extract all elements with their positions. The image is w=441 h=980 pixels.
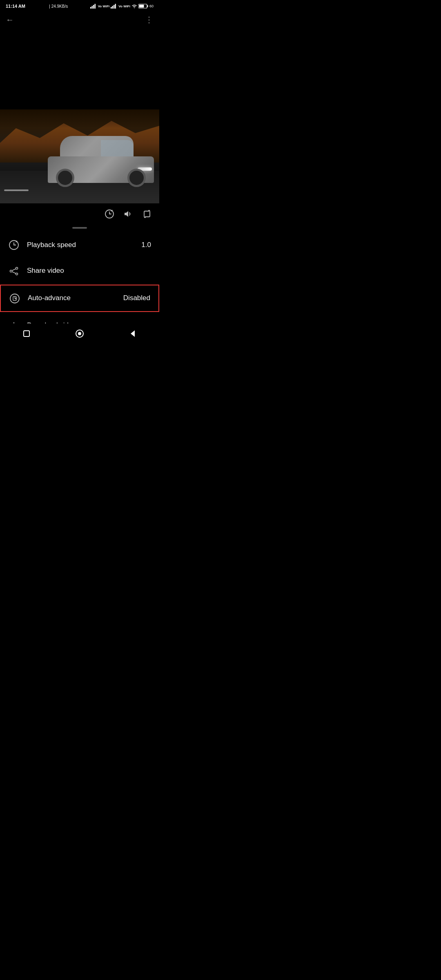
black-space	[0, 28, 159, 109]
more-button[interactable]: ⋮	[145, 15, 154, 24]
svg-point-16	[10, 270, 12, 272]
svg-line-18	[12, 272, 16, 274]
car-wheel-left	[56, 169, 74, 187]
svg-rect-9	[147, 5, 148, 7]
wifi-icon	[131, 4, 137, 9]
nav-bar	[0, 323, 159, 345]
svg-line-17	[12, 269, 16, 271]
status-time: 11:14 AM	[6, 4, 25, 9]
nav-circle-icon[interactable]	[75, 328, 85, 339]
share-video-label: Share video	[27, 267, 151, 275]
auto-advance-label: Auto-advance	[28, 294, 116, 302]
menu-item-share-video[interactable]: Share video	[0, 258, 159, 283]
svg-rect-4	[111, 7, 112, 9]
playback-speed-control-icon[interactable]	[105, 208, 114, 219]
svg-rect-2	[93, 5, 94, 9]
battery-icon	[138, 4, 148, 9]
svg-rect-6	[114, 5, 115, 9]
sheet-handle-wrap	[0, 224, 159, 230]
road-line	[4, 189, 29, 191]
svg-rect-3	[94, 4, 96, 9]
svg-rect-7	[115, 4, 116, 9]
car-wheel-right	[127, 169, 146, 187]
car	[48, 138, 154, 183]
signal-icon-2	[111, 4, 117, 9]
signal-icon	[90, 4, 97, 9]
svg-marker-23	[131, 330, 135, 337]
svg-point-22	[78, 332, 81, 335]
svg-rect-0	[90, 7, 91, 9]
top-bar: ← ⋮	[0, 11, 159, 28]
menu-item-auto-advance[interactable]: Auto-advance Disabled	[0, 285, 159, 312]
nav-home-icon[interactable]	[22, 328, 31, 339]
svg-rect-20	[24, 331, 29, 336]
repeat-svg-icon	[142, 209, 152, 219]
car-scene	[0, 109, 159, 203]
auto-advance-icon	[9, 293, 20, 304]
playback-speed-value: 1.0	[141, 241, 151, 249]
vo-wifi-label-2: Vo WiFi	[118, 4, 130, 8]
speed-icon	[105, 209, 114, 219]
nav-back-icon[interactable]	[128, 328, 138, 339]
video-area[interactable]	[0, 109, 159, 203]
svg-rect-5	[112, 6, 114, 9]
playback-speed-label: Playback speed	[27, 241, 134, 249]
volume-svg-icon	[123, 209, 133, 219]
svg-rect-1	[91, 6, 93, 9]
vo-wifi-label: Vo WiFi	[98, 4, 110, 8]
playback-speed-icon	[8, 239, 20, 250]
auto-advance-value: Disabled	[123, 294, 150, 302]
back-button[interactable]: ←	[6, 15, 14, 24]
menu-item-playback-speed[interactable]: Playback speed 1.0	[0, 232, 159, 258]
repeat-icon[interactable]	[142, 208, 152, 219]
svg-point-15	[16, 273, 18, 275]
share-video-icon	[8, 265, 20, 276]
volume-icon[interactable]	[123, 208, 133, 219]
battery-percent: 60	[149, 4, 154, 8]
controls-row	[0, 203, 159, 224]
svg-point-14	[16, 267, 18, 269]
network-speed: | 24.9KB/s	[49, 4, 68, 9]
svg-marker-12	[125, 211, 128, 217]
status-bar: 11:14 AM | 24.9KB/s Vo WiFi Vo WiFi	[0, 0, 159, 11]
sheet-handle	[72, 227, 87, 229]
status-icons: Vo WiFi Vo WiFi 60	[90, 4, 154, 9]
svg-rect-10	[139, 5, 144, 8]
